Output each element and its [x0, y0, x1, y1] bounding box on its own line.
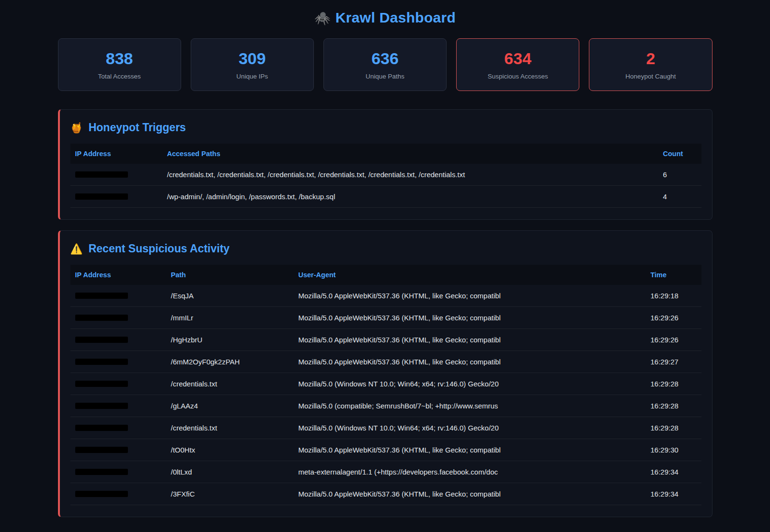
ip-cell: [70, 351, 166, 373]
stat-card-total-accesses: 838Total Accesses: [58, 38, 181, 91]
stat-value: 309: [239, 49, 266, 68]
honeypot-table: IP Address Accessed Paths Count /credent…: [70, 144, 701, 208]
time-cell: 16:29:30: [646, 439, 701, 461]
suspicious-table: IP Address Path User-Agent Time /EsqJAMo…: [70, 265, 701, 505]
ip-redaction-bar: [75, 381, 128, 387]
page-title: 🕷️Krawl Dashboard: [58, 10, 713, 26]
count-cell: 6: [658, 164, 701, 186]
suspicious-panel: ⚠️Recent Suspicious Activity IP Address …: [58, 230, 713, 517]
time-cell: 16:29:26: [646, 307, 701, 329]
honeypot-col-ip: IP Address: [70, 144, 162, 164]
ip-redaction-bar: [75, 425, 128, 431]
user-agent-cell: Mozilla/5.0 (Windows NT 10.0; Win64; x64…: [294, 373, 646, 395]
stat-value: 838: [106, 49, 133, 68]
path-cell: /0ltLxd: [166, 461, 294, 483]
honeypot-panel: 🍯Honeypot Triggers IP Address Accessed P…: [58, 109, 713, 220]
count-cell: 4: [658, 186, 701, 208]
honeypot-col-paths: Accessed Paths: [162, 144, 658, 164]
time-cell: 16:29:34: [646, 461, 701, 483]
suspicious-row: /6mM2OyF0gk2zPAHMozilla/5.0 AppleWebKit/…: [70, 351, 701, 373]
ip-cell: [70, 164, 162, 186]
path-cell: /3FXfiC: [166, 483, 294, 505]
paths-cell: /wp-admin/, /admin/login, /passwords.txt…: [162, 186, 658, 208]
time-cell: 16:29:27: [646, 351, 701, 373]
suspicious-col-time: Time: [646, 265, 701, 285]
honeypot-table-head: IP Address Accessed Paths Count: [70, 144, 701, 164]
honeypot-title-text: Honeypot Triggers: [89, 121, 186, 134]
time-cell: 16:29:28: [646, 417, 701, 439]
user-agent-cell: Mozilla/5.0 (compatible; SemrushBot/7~bl…: [294, 395, 646, 417]
path-cell: /EsqJA: [166, 285, 294, 307]
suspicious-row: /mmILrMozilla/5.0 AppleWebKit/537.36 (KH…: [70, 307, 701, 329]
ip-cell: [70, 417, 166, 439]
ip-cell: [70, 329, 166, 351]
honeypot-icon: 🍯: [70, 122, 83, 134]
ip-cell: [70, 186, 162, 208]
ip-cell: [70, 373, 166, 395]
suspicious-table-head: IP Address Path User-Agent Time: [70, 265, 701, 285]
stat-label: Unique IPs: [236, 73, 268, 80]
suspicious-section-title: ⚠️Recent Suspicious Activity: [70, 242, 701, 255]
page-header: 🕷️Krawl Dashboard: [58, 7, 713, 38]
user-agent-cell: Mozilla/5.0 AppleWebKit/537.36 (KHTML, l…: [294, 483, 646, 505]
page-title-text: Krawl Dashboard: [335, 10, 456, 25]
time-cell: 16:29:26: [646, 329, 701, 351]
user-agent-cell: Mozilla/5.0 AppleWebKit/537.36 (KHTML, l…: [294, 351, 646, 373]
ip-redaction-bar: [75, 447, 128, 453]
suspicious-col-path: Path: [166, 265, 294, 285]
ip-cell: [70, 483, 166, 505]
honeypot-col-count: Count: [658, 144, 701, 164]
ip-redaction-bar: [75, 337, 128, 343]
honeypot-section-title: 🍯Honeypot Triggers: [70, 121, 701, 134]
time-cell: 16:29:18: [646, 285, 701, 307]
path-cell: /tO0Htx: [166, 439, 294, 461]
stat-label: Suspicious Accesses: [488, 73, 548, 80]
ip-cell: [70, 285, 166, 307]
suspicious-row: /3FXfiCMozilla/5.0 AppleWebKit/537.36 (K…: [70, 483, 701, 505]
ip-redaction-bar: [75, 193, 128, 200]
path-cell: /6mM2OyF0gk2zPAH: [166, 351, 294, 373]
path-cell: /HgHzbrU: [166, 329, 294, 351]
path-cell: /credentials.txt: [166, 373, 294, 395]
stat-value: 634: [504, 49, 531, 68]
ip-cell: [70, 307, 166, 329]
honeypot-row: /wp-admin/, /admin/login, /passwords.txt…: [70, 186, 701, 208]
paths-cell: /credentials.txt, /credentials.txt, /cre…: [162, 164, 658, 186]
spider-icon: 🕷️: [314, 11, 331, 25]
ip-redaction-bar: [75, 315, 128, 321]
user-agent-cell: meta-externalagent/1.1 (+https://develop…: [294, 461, 646, 483]
ip-cell: [70, 461, 166, 483]
ip-redaction-bar: [75, 293, 128, 299]
ip-cell: [70, 439, 166, 461]
time-cell: 16:29:28: [646, 395, 701, 417]
stat-card-suspicious-accesses: 634Suspicious Accesses: [456, 38, 579, 91]
stat-label: Unique Paths: [366, 73, 404, 80]
stats-row: 838Total Accesses309Unique IPs636Unique …: [58, 38, 713, 91]
dashboard-page: 🕷️Krawl Dashboard 838Total Accesses309Un…: [58, 0, 713, 517]
user-agent-cell: Mozilla/5.0 AppleWebKit/537.36 (KHTML, l…: [294, 329, 646, 351]
time-cell: 16:29:28: [646, 373, 701, 395]
stat-label: Total Accesses: [98, 73, 140, 80]
stat-card-unique-paths: 636Unique Paths: [323, 38, 447, 91]
stat-label: Honeypot Caught: [625, 73, 676, 80]
ip-cell: [70, 395, 166, 417]
suspicious-row: /credentials.txtMozilla/5.0 (Windows NT …: [70, 417, 701, 439]
ip-redaction-bar: [75, 469, 128, 475]
user-agent-cell: Mozilla/5.0 AppleWebKit/537.36 (KHTML, l…: [294, 285, 646, 307]
suspicious-row: /gLAAz4Mozilla/5.0 (compatible; SemrushB…: [70, 395, 701, 417]
suspicious-col-ip: IP Address: [70, 265, 166, 285]
suspicious-table-body: /EsqJAMozilla/5.0 AppleWebKit/537.36 (KH…: [70, 285, 701, 505]
suspicious-row: /EsqJAMozilla/5.0 AppleWebKit/537.36 (KH…: [70, 285, 701, 307]
suspicious-row: /tO0HtxMozilla/5.0 AppleWebKit/537.36 (K…: [70, 439, 701, 461]
path-cell: /mmILr: [166, 307, 294, 329]
ip-redaction-bar: [75, 171, 128, 178]
suspicious-row: /credentials.txtMozilla/5.0 (Windows NT …: [70, 373, 701, 395]
ip-redaction-bar: [75, 403, 128, 409]
suspicious-row: /0ltLxdmeta-externalagent/1.1 (+https://…: [70, 461, 701, 483]
ip-redaction-bar: [75, 359, 128, 365]
stat-value: 636: [371, 49, 399, 68]
path-cell: /credentials.txt: [166, 417, 294, 439]
warning-icon: ⚠️: [70, 243, 83, 255]
honeypot-row: /credentials.txt, /credentials.txt, /cre…: [70, 164, 701, 186]
user-agent-cell: Mozilla/5.0 AppleWebKit/537.36 (KHTML, l…: [294, 439, 646, 461]
